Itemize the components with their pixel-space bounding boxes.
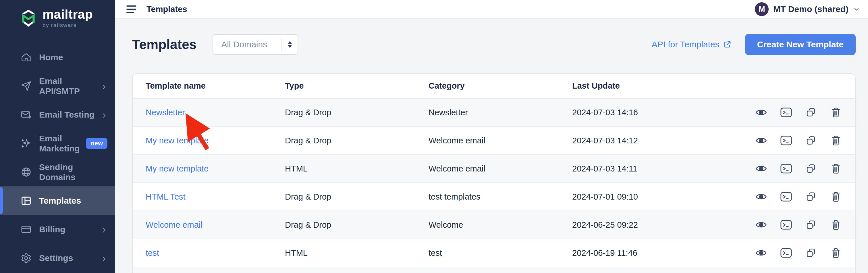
template-name-link[interactable]: Welcome email <box>146 220 203 230</box>
templates-icon <box>21 195 32 206</box>
trash-icon[interactable] <box>830 163 842 174</box>
template-last-update: 2024-06-25 09:22 <box>572 220 755 230</box>
terminal-icon[interactable] <box>780 191 792 202</box>
terminal-icon[interactable] <box>780 247 792 259</box>
sidebar-item-label: Email Testing <box>39 109 100 120</box>
template-last-update: 2024-07-03 14:11 <box>572 164 755 173</box>
active-indicator <box>0 187 3 214</box>
template-name-link[interactable]: My new template <box>146 164 209 173</box>
table-row: My new template HTML Welcome email 2024-… <box>133 155 855 183</box>
sidebar-item-label: Settings <box>39 253 100 263</box>
create-new-template-button[interactable]: Create New Template <box>745 34 856 55</box>
templates-table: Template name Type Category Last Update … <box>132 73 856 273</box>
domain-filter-value: All Domains <box>213 40 281 49</box>
select-updown-icon <box>281 38 298 51</box>
sidebar-item-label: Sending Domains <box>39 162 107 182</box>
template-category: Welcome email <box>429 136 572 145</box>
copy-icon[interactable] <box>805 107 816 118</box>
mailtrap-logo[interactable]: mailtrap by railsware <box>0 0 115 28</box>
new-badge: new <box>86 138 107 149</box>
template-last-update: 2024-06-19 11:46 <box>572 248 755 258</box>
chevron-right-icon <box>100 82 107 90</box>
template-type: Drag & Drop <box>285 192 429 202</box>
eye-icon[interactable] <box>755 107 767 118</box>
template-name-link[interactable]: My new template <box>146 136 209 145</box>
api-link-label: API for Templates <box>652 40 719 49</box>
template-name-link[interactable]: test <box>146 248 159 258</box>
sidebar-item-sending-domains[interactable]: Sending Domains <box>0 158 115 186</box>
template-type: Drag & Drop <box>285 136 429 145</box>
sidebar-nav: Home Email API/SMTP Email Testing <box>0 43 115 272</box>
table-header-row: Template name Type Category Last Update <box>133 74 855 99</box>
sidebar-item-label: Home <box>39 52 107 62</box>
copy-icon[interactable] <box>805 135 816 146</box>
copy-icon[interactable] <box>805 191 816 202</box>
api-for-templates-link[interactable]: API for Templates <box>652 40 731 49</box>
sidebar-item-templates[interactable]: Templates <box>0 186 115 215</box>
gear-icon <box>21 253 32 264</box>
chevron-down-icon <box>853 6 860 12</box>
trash-icon[interactable] <box>830 135 842 146</box>
topbar-title: Templates <box>147 5 187 14</box>
sidebar-item-billing[interactable]: Billing <box>0 215 115 244</box>
table-row: Newsletter Drag & Drop Newsletter 2024-0… <box>133 99 855 127</box>
sidebar-item-email-testing[interactable]: Email Testing <box>0 100 115 129</box>
eye-icon[interactable] <box>755 219 767 231</box>
account-menu[interactable]: M MT Demo (shared) <box>755 2 860 16</box>
domain-filter-select[interactable]: All Domains <box>213 34 298 55</box>
email-testing-icon <box>21 109 32 120</box>
sidebar-item-home[interactable]: Home <box>0 43 115 72</box>
eye-icon[interactable] <box>755 191 767 202</box>
terminal-icon[interactable] <box>780 107 792 118</box>
template-category: test <box>429 248 572 258</box>
row-actions <box>755 219 842 231</box>
eye-icon[interactable] <box>755 247 767 259</box>
sidebar-item-email-marketing[interactable]: Email Marketing new <box>0 129 115 158</box>
trash-icon[interactable] <box>830 107 842 118</box>
chevron-right-icon <box>100 111 107 118</box>
chevron-right-icon <box>100 254 107 262</box>
partial-next-row <box>133 267 855 273</box>
table-row: test HTML test 2024-06-19 11:46 <box>133 239 855 267</box>
template-type: Drag & Drop <box>285 108 429 117</box>
sidebar-item-label: Billing <box>39 224 100 234</box>
template-type: HTML <box>285 164 429 173</box>
avatar: M <box>755 2 769 16</box>
template-last-update: 2024-07-01 09:10 <box>572 192 755 202</box>
template-name-link[interactable]: HTML Test <box>146 192 186 202</box>
trash-icon[interactable] <box>830 191 842 202</box>
page-title: Templates <box>132 37 196 52</box>
eye-icon[interactable] <box>755 163 767 174</box>
brand-byline: by railsware <box>42 22 93 28</box>
main-content: Templates All Domains API for Templates … <box>115 19 868 273</box>
template-last-update: 2024-07-03 14:16 <box>572 108 755 117</box>
chevron-right-icon <box>100 226 107 233</box>
terminal-icon[interactable] <box>780 163 792 174</box>
brand-name: mailtrap <box>42 8 93 21</box>
eye-icon[interactable] <box>755 135 767 146</box>
sidebar: mailtrap by railsware Home Email API/SMT… <box>0 0 115 273</box>
mailtrap-logo-icon <box>20 9 37 28</box>
template-category: Welcome <box>429 220 572 230</box>
copy-icon[interactable] <box>805 219 816 231</box>
template-name-link[interactable]: Newsletter <box>146 108 185 117</box>
column-header-last-update: Last Update <box>572 81 755 91</box>
copy-icon[interactable] <box>805 163 816 174</box>
terminal-icon[interactable] <box>780 135 792 146</box>
table-row: Welcome email Drag & Drop Welcome 2024-0… <box>133 211 855 239</box>
sidebar-item-email-api-smtp[interactable]: Email API/SMTP <box>0 72 115 100</box>
column-header-template-name: Template name <box>146 81 285 91</box>
template-last-update: 2024-07-03 14:12 <box>572 136 755 145</box>
send-plane-icon <box>21 80 32 92</box>
terminal-icon[interactable] <box>780 219 792 231</box>
credit-card-icon <box>21 224 32 235</box>
template-type: Drag & Drop <box>285 220 429 230</box>
trash-icon[interactable] <box>830 219 842 231</box>
template-type: HTML <box>285 248 429 258</box>
logo-text: mailtrap by railsware <box>42 8 93 28</box>
column-header-category: Category <box>429 81 572 91</box>
hamburger-menu-icon[interactable] <box>126 5 136 13</box>
sidebar-item-settings[interactable]: Settings <box>0 244 115 272</box>
copy-icon[interactable] <box>805 247 816 259</box>
trash-icon[interactable] <box>830 247 842 259</box>
